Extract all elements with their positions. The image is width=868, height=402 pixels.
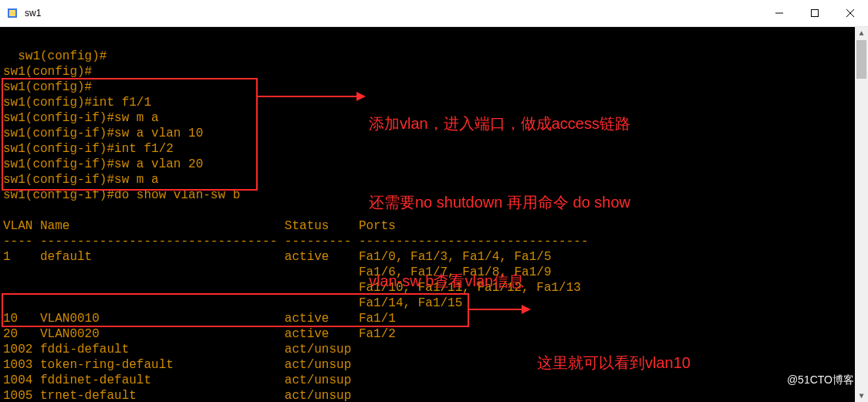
arrow-icon	[258, 89, 366, 104]
terminal-line: VLAN Name Status Ports	[3, 219, 396, 233]
terminal-line: sw1(config)#	[3, 80, 92, 94]
terminal-area[interactable]: sw1(config)# sw1(config)# sw1(config)# s…	[0, 27, 868, 402]
terminal-line: sw1(config)#int f1/1	[3, 96, 151, 110]
terminal-line: sw1(config-if)#sw m a	[3, 173, 159, 187]
terminal-line: sw1(config-if)#do show vlan-sw b	[3, 188, 240, 202]
terminal-line: 1005 trnet-default act/unsup	[3, 389, 359, 402]
terminal-line: 1 default active Fa1/0, Fa1/3, Fa1/4, Fa…	[3, 250, 552, 264]
annotation-line: 还需要no shutdown 再用命令 do show	[369, 189, 630, 215]
window-titlebar: sw1	[0, 0, 868, 27]
app-icon	[6, 7, 19, 19]
close-button[interactable]	[833, 0, 868, 26]
scroll-up-button[interactable]: ▲	[855, 27, 868, 40]
vertical-scrollbar[interactable]: ▲ ▼	[855, 27, 868, 402]
watermark: @51CTO博客	[787, 372, 854, 387]
scroll-down-button[interactable]: ▼	[855, 390, 868, 402]
annotation-line: 这里就可以看到vlan10	[537, 350, 711, 376]
minimize-button[interactable]	[762, 0, 797, 26]
svg-marker-7	[356, 92, 366, 101]
terminal-line: 1002 fddi-default act/unsup	[3, 343, 359, 356]
terminal-line: Fa1/10, Fa1/11, Fa1/12, Fa1/13	[3, 281, 581, 295]
terminal-line: sw1(config)#	[3, 65, 92, 79]
scroll-thumb[interactable]	[856, 40, 866, 79]
terminal-line: Fa1/6, Fa1/7, Fa1/8, Fa1/9	[3, 265, 552, 279]
terminal-line: 10 VLAN0010 active Fa1/1	[3, 312, 396, 326]
terminal-line: 1003 token-ring-default act/unsup	[3, 358, 359, 372]
terminal-line: sw1(config-if)#int f1/2	[3, 142, 174, 156]
terminal-line: Fa1/14, Fa1/15	[3, 296, 462, 310]
terminal-line: sw1(config-if)#sw m a	[3, 111, 159, 125]
terminal-line: 20 VLAN0020 active Fa1/2	[3, 327, 396, 341]
terminal-line: sw1(config)#	[18, 49, 106, 63]
arrow-icon	[469, 302, 531, 317]
annotation-bottom: 这里就可以看到vlan10 vlan20 和里面有那些端口	[537, 297, 711, 402]
annotation-line: 添加vlan，进入端口，做成access链路	[369, 110, 630, 137]
maximize-button[interactable]	[797, 0, 833, 26]
svg-rect-3	[812, 10, 819, 17]
svg-rect-1	[9, 10, 15, 16]
terminal-line: ---- -------------------------------- --…	[3, 235, 589, 248]
terminal-line: 1004 fddinet-default act/unsup	[3, 373, 359, 387]
svg-marker-9	[522, 305, 531, 314]
terminal-line: sw1(config-if)#sw a vlan 10	[3, 127, 203, 140]
terminal-line: sw1(config-if)#sw a vlan 20	[3, 157, 203, 171]
window-title: sw1	[25, 8, 41, 19]
